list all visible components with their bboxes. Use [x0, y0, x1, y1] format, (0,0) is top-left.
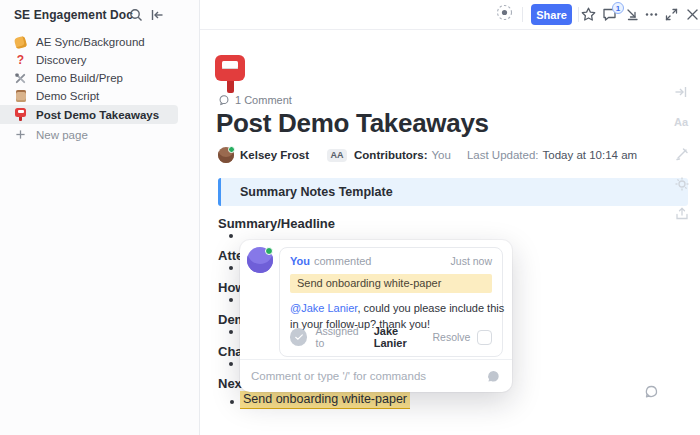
pen-icon[interactable] [674, 146, 690, 162]
sidebar-item-demo-build[interactable]: Demo Build/Prep [0, 69, 199, 87]
more-options-icon[interactable] [643, 6, 660, 23]
next-steps-bullet: Send onboarding white-paper [240, 392, 410, 406]
callout-banner[interactable]: Summary Notes Template [218, 178, 688, 206]
sidebar-page-list: AE Sync/Background ? Discovery Demo Buil… [0, 33, 199, 144]
resolve-label: Resolve [432, 331, 470, 343]
mention-link[interactable]: @Jake Lanier [290, 302, 357, 314]
comment-header: You commented Just now [290, 255, 492, 267]
minimize-corner-icon[interactable] [624, 6, 641, 23]
sidebar-header: SE Engagement Doc [0, 0, 199, 30]
close-icon[interactable] [684, 6, 700, 23]
sidebar-item-post-demo-takeaways[interactable]: Post Demo Takeaways [0, 105, 178, 124]
doc-comment-count-label: 1 Comment [235, 94, 292, 106]
toolbar-divider [522, 7, 523, 22]
app-window: SE Engagement Doc AE Sync/Background ? D… [0, 0, 700, 435]
bullet-dot [229, 234, 233, 238]
assignee-name[interactable]: Jake Lanier [374, 325, 433, 349]
comment-action-label: commented [314, 255, 371, 267]
doc-comment-count[interactable]: 1 Comment [218, 94, 292, 106]
assigned-to-label: Assigned to [315, 325, 368, 349]
highlighted-comment-anchor[interactable]: Send onboarding white-paper [240, 391, 410, 409]
mailbox-icon [14, 108, 27, 121]
sidebar-item-label: Demo Script [36, 90, 99, 102]
comment-card: You commented Just now Send onboarding w… [279, 247, 503, 357]
callout-title: Summary Notes Template [240, 185, 393, 199]
bullet-dot [229, 330, 233, 334]
typography-icon[interactable]: Aa [674, 116, 688, 128]
quoted-highlight-text[interactable]: Send onboarding white-paper [290, 274, 492, 293]
comment-popup: You commented Just now Send onboarding w… [240, 240, 512, 392]
new-page-label: New page [36, 129, 88, 141]
plus-icon [14, 129, 27, 140]
collapse-right-panel-icon[interactable] [673, 84, 689, 100]
assignee-check-icon[interactable] [290, 328, 307, 346]
toolbar-divider [578, 7, 579, 22]
comment-footer: Assigned to Jake Lanier Resolve [290, 325, 492, 349]
contributors-label: Contributors: [354, 149, 427, 161]
new-page-button[interactable]: New page [0, 125, 199, 144]
bullet-dot [230, 400, 234, 404]
top-toolbar: Share 1 [200, 0, 700, 30]
comment-count-badge: 1 [612, 2, 624, 14]
callout-accent-bar [218, 178, 221, 206]
author-avatar[interactable] [218, 147, 234, 163]
doc-meta-row: Kelsey Frost AA Contributors: You Last U… [218, 147, 637, 163]
sidebar-item-label: AE Sync/Background [36, 36, 145, 48]
hand-icon [14, 36, 27, 49]
contributors-avatar-chip[interactable]: AA [327, 149, 347, 162]
contributors-value[interactable]: You [432, 149, 451, 161]
last-updated-label: Last Updated: [467, 149, 539, 161]
comments-icon[interactable]: 1 [601, 6, 618, 23]
comment-timestamp: Just now [451, 255, 492, 267]
last-updated-value: Today at 10:14 am [543, 149, 638, 161]
search-icon[interactable] [128, 7, 144, 23]
page-title[interactable]: Post Demo Takeaways [216, 108, 489, 139]
comment-input[interactable]: Comment or type '/' for commands [240, 359, 512, 392]
bullet-dot [229, 298, 233, 302]
sidebar-item-label: Post Demo Takeaways [36, 109, 159, 121]
sidebar: SE Engagement Doc AE Sync/Background ? D… [0, 0, 200, 435]
expand-icon[interactable] [663, 6, 680, 23]
bullet-dot [229, 362, 233, 366]
share-button[interactable]: Share [531, 4, 572, 25]
resolve-checkbox[interactable] [477, 330, 492, 345]
comment-input-placeholder: Comment or type '/' for commands [251, 370, 426, 382]
tools-icon [14, 72, 27, 85]
question-mark-icon: ? [14, 54, 27, 67]
export-icon[interactable] [674, 206, 690, 222]
commenter-avatar[interactable] [247, 247, 273, 273]
inline-comment-indicator-icon[interactable] [644, 384, 659, 399]
sidebar-item-ae-sync[interactable]: AE Sync/Background [0, 33, 199, 51]
sidebar-item-label: Demo Build/Prep [36, 72, 123, 84]
doc-collection-title: SE Engagement Doc [14, 8, 133, 22]
sidebar-item-label: Discovery [36, 54, 86, 66]
comment-bubble-icon [218, 94, 230, 106]
sidebar-item-discovery[interactable]: ? Discovery [0, 51, 199, 69]
comment-author[interactable]: You [290, 255, 310, 267]
author-name[interactable]: Kelsey Frost [240, 149, 309, 161]
sidebar-item-demo-script[interactable]: Demo Script [0, 87, 199, 105]
scroll-icon [14, 90, 27, 103]
settings-gear-icon[interactable] [674, 176, 690, 192]
favorite-star-icon[interactable] [580, 6, 597, 23]
section-heading[interactable]: Summary/Headline [218, 216, 335, 231]
collapse-sidebar-icon[interactable] [149, 7, 165, 23]
dashed-circle-icon[interactable] [496, 4, 513, 21]
bullet-dot [229, 266, 233, 270]
send-comment-icon[interactable] [486, 369, 501, 384]
